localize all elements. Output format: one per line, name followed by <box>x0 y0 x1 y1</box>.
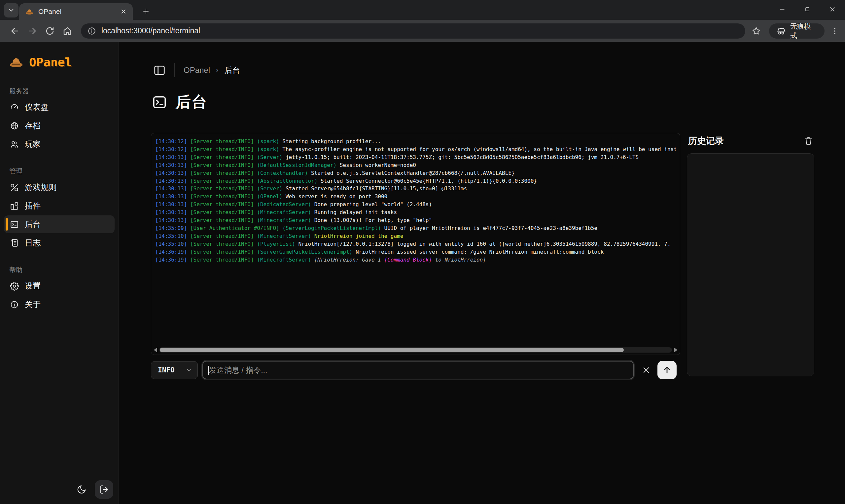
theme-toggle-button[interactable] <box>73 481 90 498</box>
sidebar-item-gamerules[interactable]: 游戏规则 <box>4 178 115 196</box>
terminal-line: [14:35:10] [Server thread/INFO] (PlayerL… <box>155 240 676 248</box>
breadcrumb-divider <box>174 63 175 77</box>
trash-icon[interactable] <box>804 137 813 145</box>
sidebar-item-label: 日志 <box>25 237 40 248</box>
sidebar-item-about[interactable]: 关于 <box>4 295 115 313</box>
rules-icon <box>10 183 19 192</box>
players-icon <box>10 140 19 149</box>
sidebar-item-label: 后台 <box>25 219 40 230</box>
terminal-log: [14:30:12] [Server thread/INFO] (spark) … <box>151 133 680 268</box>
history-list[interactable] <box>687 154 814 376</box>
arrow-up-icon <box>662 365 672 375</box>
scroll-right-arrow-icon[interactable] <box>674 347 677 353</box>
url-text[interactable]: localhost:3000/panel/terminal <box>101 26 200 35</box>
sidebar-item-dashboard[interactable]: 仪表盘 <box>4 98 115 116</box>
sidebar-item-plugins[interactable]: 插件 <box>4 197 115 215</box>
back-arrow-icon <box>10 26 20 36</box>
sidebar-item-label: 游戏规则 <box>25 182 56 193</box>
terminal-console[interactable]: [14:30:12] [Server thread/INFO] (spark) … <box>151 133 680 355</box>
opanel-app: OPanel 服务器仪表盘存档玩家管理游戏规则插件后台日志帮助设置关于 OPan… <box>0 42 845 504</box>
browser-tabstrip: OPanel <box>0 0 845 20</box>
terminal-line: [14:30:12] [Server thread/INFO] (spark) … <box>155 145 676 154</box>
reload-icon <box>45 26 55 36</box>
sidebar-section-label: 管理 <box>0 167 119 176</box>
tab-close-icon[interactable] <box>120 8 127 15</box>
scrollbar-track[interactable] <box>159 347 672 353</box>
breadcrumb-root[interactable]: OPanel <box>184 66 210 75</box>
command-input-wrap <box>203 361 634 379</box>
terminal-line: [14:30:13] [Server thread/INFO] (Server)… <box>155 154 676 161</box>
page-header: 后台 <box>152 92 845 112</box>
command-input[interactable] <box>203 361 633 379</box>
hat-logo-icon <box>8 54 24 70</box>
console-column: [14:30:12] [Server thread/INFO] (spark) … <box>151 133 680 379</box>
window-close-button[interactable] <box>820 0 845 18</box>
sidebar-toggle-icon[interactable] <box>153 64 166 76</box>
terminal-line: [14:35:10] [Server thread/INFO] (Minecra… <box>155 232 676 240</box>
terminal-line: [14:30:13] [Server thread/INFO] (Default… <box>155 161 676 169</box>
window-maximize-button[interactable] <box>795 0 820 18</box>
bookmark-star-icon[interactable] <box>751 26 761 36</box>
plus-icon <box>142 7 150 15</box>
sidebar-item-saves[interactable]: 存档 <box>4 117 115 134</box>
scrollbar-thumb[interactable] <box>160 348 624 352</box>
sidebar-item-label: 插件 <box>25 200 40 211</box>
history-panel: 历史记录 <box>687 133 814 379</box>
forward-button[interactable] <box>23 22 41 40</box>
site-info-icon[interactable] <box>87 27 96 35</box>
browser-tab[interactable]: OPanel <box>19 3 133 20</box>
sidebar-section-label: 服务器 <box>0 87 119 96</box>
incognito-badge: 无痕模式 <box>769 23 825 39</box>
sidebar: OPanel 服务器仪表盘存档玩家管理游戏规则插件后台日志帮助设置关于 <box>0 42 119 504</box>
main-content: OPanel › 后台 后台 [14:30:12] [Server thread… <box>119 42 845 504</box>
scroll-left-arrow-icon[interactable] <box>154 347 157 353</box>
settings-icon <box>10 282 19 291</box>
window-controls <box>770 0 845 18</box>
log-level-select[interactable]: INFO <box>151 361 198 379</box>
terminal-line: [14:36:19] [Server thread/INFO] (ServerG… <box>155 248 676 256</box>
terminal-line: [14:35:09] [User Authenticator #0/INFO] … <box>155 224 676 232</box>
terminal-line: [14:30:13] [Server thread/INFO] (Abstrac… <box>155 177 676 185</box>
sidebar-section-label: 帮助 <box>0 266 119 274</box>
clear-input-icon[interactable] <box>642 365 651 375</box>
breadcrumb: OPanel › 后台 <box>153 63 845 77</box>
moon-icon <box>76 485 87 494</box>
sidebar-bottom <box>0 480 119 499</box>
browser-menu-icon[interactable] <box>830 27 839 35</box>
new-tab-button[interactable] <box>139 4 153 18</box>
logout-button[interactable] <box>95 480 113 499</box>
sidebar-item-settings[interactable]: 设置 <box>4 277 115 295</box>
address-bar[interactable]: localhost:3000/panel/terminal <box>81 23 745 39</box>
forward-arrow-icon <box>27 26 38 36</box>
chevron-down-icon <box>186 367 192 373</box>
terminal-line: [14:30:13] [Server thread/INFO] (Context… <box>155 169 676 177</box>
send-command-button[interactable] <box>657 361 677 379</box>
browser-toolbar: localhost:3000/panel/terminal 无痕模式 <box>0 20 845 42</box>
hat-icon <box>25 7 34 16</box>
sidebar-item-logs[interactable]: 日志 <box>4 234 115 252</box>
window-minimize-button[interactable] <box>770 0 795 18</box>
about-icon <box>10 300 19 309</box>
incognito-icon <box>776 26 786 36</box>
sidebar-item-label: 关于 <box>25 299 40 310</box>
home-icon <box>63 26 72 36</box>
history-header: 历史记录 <box>687 133 814 148</box>
plugins-icon <box>10 201 19 211</box>
sidebar-item-label: 玩家 <box>25 139 40 149</box>
sidebar-item-terminal[interactable]: 后台 <box>4 215 115 233</box>
tab-search-button[interactable] <box>4 3 18 17</box>
content-row: [14:30:12] [Server thread/INFO] (spark) … <box>151 133 845 379</box>
page-title: 后台 <box>176 92 207 112</box>
tab-title: OPanel <box>38 7 120 16</box>
history-title: 历史记录 <box>688 135 724 147</box>
app-logo-text: OPanel <box>29 55 72 69</box>
horizontal-scrollbar[interactable] <box>154 347 677 353</box>
back-button[interactable] <box>6 22 23 40</box>
log-level-value: INFO <box>158 366 175 374</box>
app-logo[interactable]: OPanel <box>0 51 119 73</box>
sidebar-item-label: 仪表盘 <box>25 102 49 112</box>
home-button[interactable] <box>59 22 76 40</box>
reload-button[interactable] <box>41 22 58 40</box>
sidebar-item-players[interactable]: 玩家 <box>4 135 115 153</box>
sidebar-item-label: 存档 <box>25 120 40 131</box>
